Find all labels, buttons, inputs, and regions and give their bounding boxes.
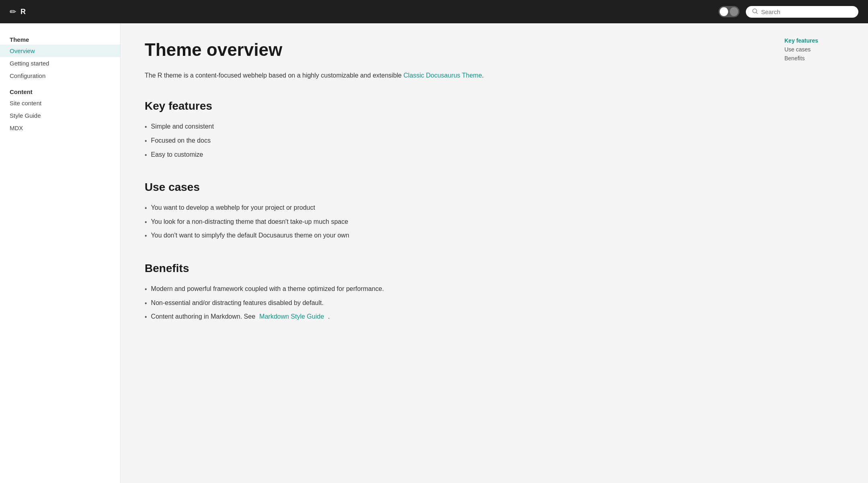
logo-letter: R: [20, 8, 26, 16]
sidebar-item-getting-started[interactable]: Getting started: [0, 57, 120, 70]
sidebar: Theme Overview Getting started Configura…: [0, 23, 121, 483]
sidebar-item-site-content[interactable]: Site content: [0, 97, 120, 109]
list-item: Simple and consistent: [145, 120, 764, 134]
list-item: You look for a non-distracting theme tha…: [145, 215, 764, 229]
page-title: Theme overview: [145, 39, 764, 61]
section-benefits: Benefits Modern and powerful framework c…: [145, 262, 764, 324]
list-item: You don't want to simplyfy the default D…: [145, 229, 764, 243]
table-of-contents: Key features Use cases Benefits: [778, 36, 858, 63]
main-content: Theme overview The R theme is a content-…: [121, 23, 788, 483]
list-item: Focused on the docs: [145, 134, 764, 148]
topnav: ✏ R: [0, 0, 868, 23]
section-key-features: Key features Simple and consistent Focus…: [145, 100, 764, 162]
toc-item-key-features[interactable]: Key features: [784, 36, 858, 45]
toc-item-use-cases[interactable]: Use cases: [784, 45, 858, 54]
key-features-title: Key features: [145, 100, 764, 113]
topnav-right: [719, 6, 858, 18]
sidebar-item-configuration[interactable]: Configuration: [0, 70, 120, 82]
intro-text-before: The R theme is a content-focused webhelp…: [145, 72, 403, 79]
benefits-list: Modern and powerful framework coupled wi…: [145, 282, 764, 324]
use-cases-title: Use cases: [145, 181, 764, 194]
sidebar-item-overview[interactable]: Overview: [0, 45, 120, 57]
sidebar-section-theme: Theme: [0, 33, 120, 45]
intro-link-suffix: .: [482, 72, 483, 79]
use-cases-list: You want to develop a webhelp for your p…: [145, 201, 764, 243]
search-input[interactable]: [761, 8, 852, 15]
list-item: Modern and powerful framework coupled wi…: [145, 282, 764, 296]
logo-icon: ✏: [10, 7, 16, 16]
toggle-knob-on: [720, 7, 728, 16]
search-bar[interactable]: [746, 6, 858, 18]
classic-docusaurus-link[interactable]: Classic Docusaurus Theme: [403, 72, 482, 79]
markdown-style-guide-link[interactable]: Markdown Style Guide: [259, 311, 324, 322]
list-item: Non-essential and/or distracting feature…: [145, 296, 764, 310]
key-features-list: Simple and consistent Focused on the doc…: [145, 120, 764, 162]
toggle-knob-off: [730, 7, 738, 16]
svg-line-1: [756, 12, 757, 14]
layout: Theme Overview Getting started Configura…: [0, 23, 868, 483]
benefits-title: Benefits: [145, 262, 764, 275]
list-item: Content authoring in Markdown. See Markd…: [145, 310, 764, 324]
toc-item-benefits[interactable]: Benefits: [784, 54, 858, 63]
sidebar-section-content: Content: [0, 82, 120, 97]
sidebar-item-mdx[interactable]: MDX: [0, 122, 120, 134]
theme-toggle[interactable]: [719, 6, 739, 17]
section-use-cases: Use cases You want to develop a webhelp …: [145, 181, 764, 243]
intro-paragraph: The R theme is a content-focused webhelp…: [145, 70, 764, 81]
search-icon: [752, 8, 758, 15]
list-item: Easy to customize: [145, 148, 764, 162]
list-item: You want to develop a webhelp for your p…: [145, 201, 764, 215]
sidebar-item-style-guide[interactable]: Style Guide: [0, 109, 120, 122]
topnav-left: ✏ R: [10, 7, 26, 16]
